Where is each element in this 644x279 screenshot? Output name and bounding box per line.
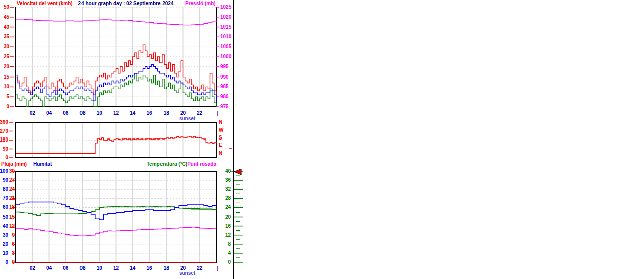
hour-end-marker: | [203,266,233,271]
temp-dew-titles: Temperatura (°C)Punt rosada [117,162,216,167]
temp-tick-label: 40 [201,169,231,174]
pressure-tick-label: 975 [220,104,229,109]
pressure-axis-title: Pressió (mb) [185,1,215,6]
rain-tick-label: 24 [0,187,15,192]
wind-tick-label: 35 [0,34,9,39]
rain-tick-label: 15 [0,215,15,220]
wind-tick-label: 15 [0,75,9,80]
compass-label: N [219,120,222,125]
wind-tick-label: 40 [0,25,9,30]
wind-tick-label: 5 [0,94,9,99]
temp-tick-label: 32 [201,187,231,192]
temp-tick-label: 24 [201,205,231,210]
compass-label: E [219,143,222,148]
pressure-tick-label: 985 [220,84,229,89]
temp-tick-label: 28 [201,196,231,201]
rain-axis-title: Pluja (mm) [1,162,27,167]
rain-tick-label: 6 [0,242,15,247]
pressure-tick-label: 1005 [220,44,231,49]
charts-svg [0,0,644,279]
temp-tick-label: 36 [201,178,231,183]
compass-label: S [219,135,222,141]
compass-label: N [219,151,222,156]
wind-tick-label: 0 [0,104,9,109]
wind-tick-label: 25 [0,54,9,59]
rain-tick-label: 30 [0,169,15,174]
hour-end-marker: | [203,111,233,116]
pressure-tick-label: 1020 [220,15,231,20]
direction-tick-label: 90 [0,147,8,152]
temp-scale-arrow-icon [234,169,242,175]
rain-tick-label: 18 [0,205,15,210]
compass-label: W [219,128,223,133]
pressure-tick-label: 995 [220,64,229,69]
pressure-tick-label: 990 [220,75,229,80]
sunset-label: sunset [172,116,202,121]
rain-tick-label: 9 [0,233,15,238]
wind-tick-label: 20 [0,64,9,69]
sunset-label: sunset [172,271,202,276]
pressure-tick-label: 1010 [220,34,231,39]
temperature-axis-title: Temperatura (°C) [147,161,188,167]
temp-tick-label: 4 [201,251,231,256]
temp-tick-label: 16 [201,224,231,229]
rain-tick-label: 3 [0,251,15,256]
weather-graph-window: Velocitat del vent (kmh) 24 hour graph d… [0,0,644,279]
direction-tick-label: 180 [0,137,8,143]
pressure-tick-label: 1015 [220,25,231,30]
wind-tick-label: 10 [0,84,9,89]
wind-axis-title: Velocitat del vent (kmh) [17,1,73,6]
rain-tick-label: 21 [0,196,15,201]
dewpoint-axis-title: Punt rosada [187,161,216,167]
wind-tick-label: 45 [0,15,9,20]
rain-tick-label: 27 [0,178,15,183]
rain-tick-label: 0 [0,260,15,265]
temp-tick-label: 20 [201,215,231,220]
rain-tick-label: 12 [0,224,15,229]
direction-tick-label: 270 [0,129,8,134]
wind-tick-label: 30 [0,44,9,49]
temp-tick-label: 12 [201,233,231,238]
direction-tick-label: 360 [0,120,8,125]
graph-title: 24 hour graph day : 02 Septiembre 2024 [65,1,186,6]
pressure-tick-label: 980 [220,94,229,99]
wind-tick-label: 50 [0,5,9,10]
temp-tick-label: 8 [201,242,231,247]
pressure-tick-label: 1000 [220,54,231,59]
temp-tick-label: 0 [201,260,231,265]
pressure-tick-label: 1025 [220,5,231,10]
humidity-axis-title: Humitat [33,162,52,167]
direction-tick-label: 0 [0,155,8,160]
